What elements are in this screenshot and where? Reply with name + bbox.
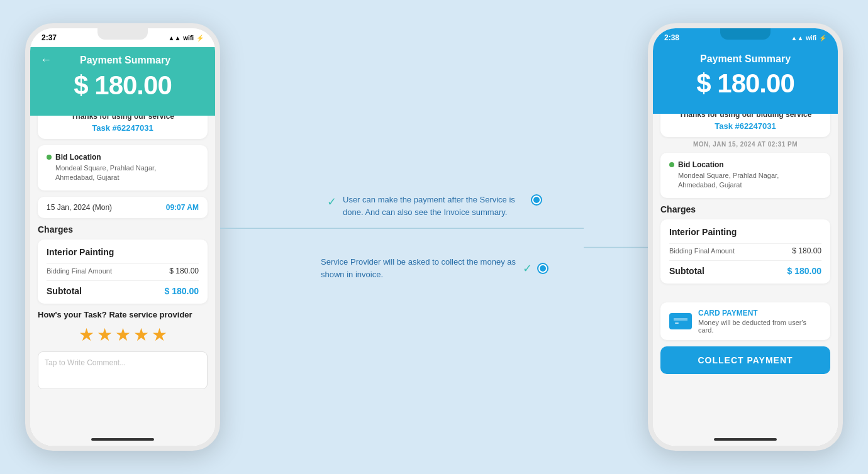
right-notch (720, 28, 771, 40)
left-phone: 2:37 ▲▲ wifi ⚡ ← Payment Summary $ 180.0… (25, 23, 220, 451)
card-payment-desc: Money will be deducted from user's card. (698, 319, 821, 334)
left-rating-section: How's your Task? Rate service provider ★… (30, 304, 215, 389)
left-rating-title: How's your Task? Rate service provider (38, 310, 208, 319)
credit-card-icon (669, 313, 692, 329)
right-header: Payment Summary $ 180.00 (653, 47, 838, 114)
bid-dot (47, 155, 52, 160)
left-date-time-row: 15 Jan, 2024 (Mon) 09:07 AM (38, 197, 208, 218)
right-bid-location-card: Bid Location Mondeal Square, Prahlad Nag… (660, 153, 830, 198)
svg-rect-2 (674, 316, 687, 326)
top-annotation-dot (532, 196, 541, 204)
right-date-time: MON, JAN 15, 2024 AT 02:31 PM (653, 141, 838, 148)
right-bid-address: Mondeal Square, Prahlad Nagar, Ahmedabad… (669, 171, 821, 190)
right-content: Thanks for using our bidding service Tas… (653, 114, 838, 451)
left-subtotal-row: Subtotal $ 180.00 (47, 280, 199, 296)
left-charges-title: Charges (38, 224, 208, 234)
right-battery-icon: ⚡ (819, 35, 826, 41)
svg-rect-3 (674, 318, 687, 321)
right-bid-dot (669, 162, 674, 167)
right-phone: 2:38 ▲▲ wifi ⚡ Payment Summary $ 180.00 … (648, 23, 843, 451)
right-thanks-card: Thanks for using our bidding service Tas… (660, 114, 830, 137)
check-circle-icon-top: ✓ (327, 195, 337, 209)
left-bid-label: Bid Location (47, 153, 199, 162)
status-icons: ▲▲ wifi ⚡ (169, 35, 204, 41)
star-4[interactable]: ★ (133, 324, 149, 345)
comment-placeholder: Tap to Write Comment... (45, 358, 126, 367)
middle-annotations: ✓ User can make the payment after the Se… (220, 194, 648, 280)
right-wifi-icon: wifi (806, 35, 816, 41)
star-5[interactable]: ★ (152, 324, 167, 345)
left-stars[interactable]: ★ ★ ★ ★ ★ (38, 324, 208, 345)
check-circle-icon-bottom: ✓ (523, 262, 532, 275)
wifi-icon: wifi (183, 35, 194, 41)
star-1[interactable]: ★ (79, 324, 94, 345)
right-bid-label: Bid Location (669, 160, 821, 169)
bottom-annotation: Service Provider will be asked to collec… (321, 256, 547, 280)
left-bid-location-card: Bid Location Mondeal Square, Prahlad Nag… (38, 145, 208, 190)
left-thanks-text: Thanks for using our service (47, 116, 199, 121)
right-thanks-text: Thanks for using our bidding service (669, 114, 821, 119)
right-amount: $ 180.00 (663, 69, 828, 99)
left-date: 15 Jan, 2024 (Mon) (47, 203, 112, 212)
right-status-bar: 2:38 ▲▲ wifi ⚡ (653, 28, 838, 47)
signal-icon: ▲▲ (169, 35, 181, 41)
left-time-slot: 09:07 AM (166, 203, 199, 212)
header-back-row: ← Payment Summary (40, 53, 205, 67)
left-charges-section: Charges Interior Painting Bidding Final … (30, 224, 215, 304)
top-annotation: ✓ User can make the payment after the Se… (327, 194, 541, 218)
top-annotation-text: User can make the payment after the Serv… (343, 194, 526, 218)
back-button[interactable]: ← (40, 53, 52, 67)
right-charge-row: Bidding Final Amount $ 180.00 (669, 243, 821, 258)
left-header: ← Payment Summary $ 180.00 (30, 47, 215, 116)
right-signal-icon: ▲▲ (791, 35, 804, 41)
right-header-title: Payment Summary (663, 53, 828, 65)
left-home-indicator (91, 438, 154, 441)
right-service-name: Interior Painting (669, 227, 821, 237)
right-time: 2:38 (664, 33, 679, 42)
left-service-name: Interior Painting (47, 247, 199, 257)
left-task-number[interactable]: Task #62247031 (47, 123, 199, 133)
left-thanks-card: Thanks for using our service Task #62247… (38, 116, 208, 139)
left-bid-address: Mondeal Square, Prahlad Nagar, Ahmedabad… (47, 163, 199, 183)
svg-rect-4 (675, 322, 679, 324)
right-subtotal-row: Subtotal $ 180.00 (669, 260, 821, 276)
bottom-annotation-text: Service Provider will be asked to collec… (321, 256, 516, 280)
collect-payment-button[interactable]: COLLECT PAYMENT (660, 346, 830, 374)
battery-icon: ⚡ (196, 35, 204, 41)
right-home-indicator (714, 438, 777, 441)
card-payment-label: CARD PAYMENT (698, 309, 821, 317)
left-charge-card: Interior Painting Bidding Final Amount $… (38, 240, 208, 304)
left-charge-row: Bidding Final Amount $ 180.00 (47, 263, 199, 278)
right-charges-section: Charges Interior Painting Bidding Final … (653, 204, 838, 284)
star-2[interactable]: ★ (97, 324, 113, 345)
left-content: Thanks for using our service Task #62247… (30, 116, 215, 451)
left-amount: $ 180.00 (40, 70, 205, 101)
right-charge-card: Interior Painting Bidding Final Amount $… (660, 219, 830, 284)
right-status-icons: ▲▲ wifi ⚡ (791, 35, 826, 41)
left-time: 2:37 (42, 33, 57, 42)
left-comment-box[interactable]: Tap to Write Comment... (38, 351, 208, 389)
right-task-number[interactable]: Task #62247031 (669, 121, 821, 131)
bottom-annotation-dot (538, 264, 547, 273)
star-3[interactable]: ★ (115, 324, 131, 345)
right-card-payment-row[interactable]: CARD PAYMENT Money will be deducted from… (660, 302, 830, 340)
right-charges-title: Charges (660, 204, 830, 214)
left-status-bar: 2:37 ▲▲ wifi ⚡ (30, 28, 215, 47)
spacer (653, 284, 838, 302)
left-header-title: Payment Summary (57, 55, 205, 66)
notch (97, 28, 148, 40)
card-payment-info: CARD PAYMENT Money will be deducted from… (698, 309, 821, 334)
